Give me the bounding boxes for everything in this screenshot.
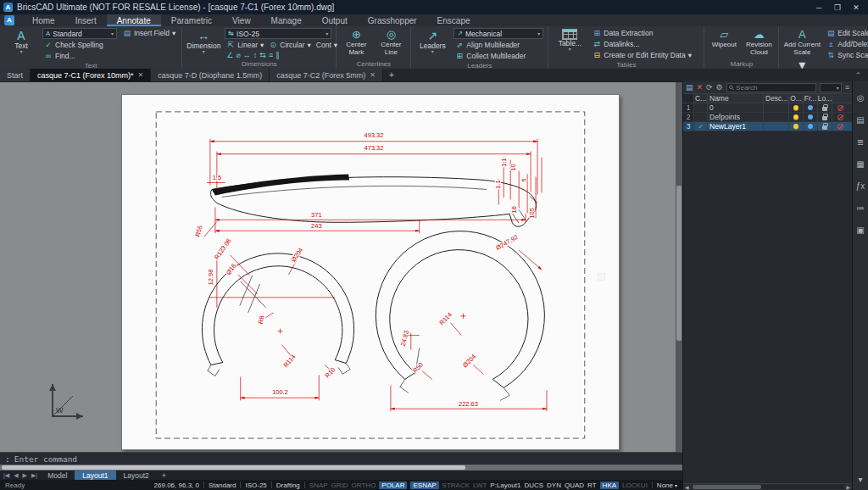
mleader-style-combo[interactable]: ↗ Mechanical ▾	[453, 28, 543, 39]
check-spelling-button[interactable]: ✓ Check Spelling	[42, 40, 117, 50]
status-toggle-p-layout1[interactable]: P:Layout1	[490, 482, 520, 489]
layer-row-0[interactable]: 1 0	[683, 103, 852, 113]
layer-states-icon[interactable]: ⟳	[706, 84, 713, 92]
ordinate-dim-icon[interactable]: ≡	[269, 51, 273, 59]
layer-settings-icon[interactable]: ⚙	[716, 84, 723, 92]
center-mark-button[interactable]: ⊕ Center Mark	[341, 28, 371, 56]
text-button[interactable]: A Text ▾	[4, 28, 38, 54]
layer-freeze-icon[interactable]	[808, 124, 813, 129]
layer-row-2[interactable]: 3 ✓ NewLayer1	[683, 122, 852, 131]
leaders-button[interactable]: ↗ Leaders ▾	[415, 28, 449, 54]
ribbon-collapse-icon[interactable]: ⌃	[848, 69, 868, 81]
layer-plot-icon[interactable]	[837, 124, 843, 130]
status-toggle-lockui[interactable]: LOCKUI	[622, 482, 648, 489]
layer-lock-icon[interactable]	[822, 116, 827, 120]
scroll-right-icon[interactable]: ▶	[846, 484, 850, 490]
align-multileader-button[interactable]: ⇗ Align Multileader	[453, 40, 543, 50]
drawing-area[interactable]: 493.32473.323712431.5R5512.981.11051.116…	[0, 81, 682, 452]
maximize-button[interactable]: ❐	[829, 2, 846, 13]
datalinks-button[interactable]: ⇄ Datalinks...	[591, 39, 699, 49]
panel-scrollbar-thumb[interactable]	[693, 485, 762, 489]
status-toggle-polar[interactable]: POLAR	[379, 482, 407, 489]
next-layout-icon[interactable]: ▶	[21, 471, 29, 480]
status-toggle-lwt[interactable]: LWT	[473, 482, 487, 489]
prev-layout-icon[interactable]: ◀	[12, 471, 19, 480]
wipeout-button[interactable]: ▱ Wipeout	[709, 28, 739, 49]
layer-row-1[interactable]: 2 Defpoints	[683, 113, 852, 122]
paper-sheet[interactable]: 493.32473.323712431.5R5512.981.11051.116…	[121, 94, 620, 450]
horizontal-scrollbar-thumb[interactable]	[2, 465, 465, 470]
horizontal-dim-icon[interactable]: ↔	[243, 51, 251, 59]
layer-name[interactable]: Defpoints	[708, 113, 764, 121]
angular-dim-icon[interactable]: ∠	[226, 51, 233, 59]
status-text-style[interactable]: Standard	[209, 482, 236, 489]
add-current-scale-button[interactable]: A Add Current Scale ▾	[783, 28, 821, 73]
layer-filter-combo[interactable]: ▾	[820, 83, 842, 92]
insert-field-button[interactable]: ▤ Insert Field ▾	[121, 28, 177, 38]
doc-tab-casque-7-d[interactable]: casque 7-D (Diophane 1.5mm)	[151, 69, 270, 81]
add-layout-button[interactable]: +	[158, 471, 170, 480]
minimize-button[interactable]: ─	[810, 2, 827, 13]
drawing-canvas[interactable]: 493.32473.323712431.5R5512.981.11051.116…	[122, 95, 619, 449]
column-current[interactable]: C...	[694, 94, 708, 103]
annotation-scale-select[interactable]: None ▾	[657, 482, 677, 489]
layer-name[interactable]: 0	[708, 103, 764, 112]
layer-name[interactable]: NewLayer1	[708, 122, 764, 131]
layout-tab-model[interactable]: Model	[40, 471, 75, 480]
vertical-scrollbar[interactable]	[676, 82, 682, 452]
attachments-panel-icon[interactable]: ▣	[856, 226, 864, 236]
doc-tab-start[interactable]: Start	[0, 69, 31, 81]
panel-scrollbar[interactable]: ◀ ▶	[683, 483, 852, 490]
command-line[interactable]: : Enter command	[0, 452, 682, 465]
layer-plot-icon[interactable]	[837, 105, 843, 111]
parallel-dim-icon[interactable]: ∥	[275, 51, 280, 59]
menu-tab-grasshopper[interactable]: Grasshopper	[358, 14, 427, 26]
menu-tab-annotate[interactable]: Annotate	[107, 14, 161, 26]
column-name[interactable]: Name	[708, 94, 764, 103]
status-toggle-esnap[interactable]: ESNAP	[410, 482, 438, 489]
menu-tab-insert[interactable]: Insert	[65, 14, 107, 26]
fields-panel-icon[interactable]: ƒx	[856, 181, 865, 192]
layer-on-icon[interactable]	[793, 105, 798, 110]
data-extraction-button[interactable]: ⊞ Data Extraction	[591, 28, 699, 38]
diameter-dim-icon[interactable]: ⌀	[236, 51, 240, 59]
app-menu-icon[interactable]: A	[4, 15, 14, 25]
menu-tab-view[interactable]: View	[222, 14, 261, 26]
status-toggle-quad[interactable]: QUAD	[565, 482, 584, 489]
close-tab-icon[interactable]: ✕	[138, 71, 144, 79]
layer-search[interactable]	[726, 83, 816, 92]
layer-freeze-icon[interactable]	[808, 114, 813, 120]
new-layer-icon[interactable]: ▤	[686, 84, 693, 92]
menu-tab-manage[interactable]: Manage	[261, 14, 312, 26]
layer-on-icon[interactable]	[793, 114, 798, 120]
properties-panel-icon[interactable]: ≣	[857, 137, 864, 148]
collect-multileader-button[interactable]: ⊞ Collect Multileader	[453, 51, 543, 61]
dim-linear-button[interactable]: ⇱ Linear ▾	[225, 40, 265, 50]
doc-tab-casque-7-c1[interactable]: casque 7-C1 (Forex 10mm)* ✕	[31, 69, 151, 81]
status-workspace[interactable]: Drafting	[276, 482, 300, 489]
layout-tab-layout2[interactable]: Layout2	[116, 471, 157, 480]
doc-tab-casque-7-c2[interactable]: casque 7-C2 (Forex 5mm) ✕	[270, 69, 383, 81]
status-toggle-dyn[interactable]: DYN	[547, 482, 561, 489]
baseline-dim-icon[interactable]: ⇆	[259, 51, 266, 59]
menu-tab-home[interactable]: Home	[22, 14, 65, 26]
column-freeze[interactable]: Fr...	[804, 94, 818, 103]
center-line-button[interactable]: ◎ Center Line	[376, 28, 406, 56]
vertical-dim-icon[interactable]: ↕	[253, 51, 258, 59]
dim-circular-button[interactable]: ⊙ Circular ▾	[267, 40, 313, 50]
edit-scale-list-button[interactable]: ▤ Edit Scale List	[825, 28, 868, 38]
layer-freeze-icon[interactable]	[808, 105, 813, 110]
column-description[interactable]: Desc...	[764, 94, 789, 103]
layers-panel-icon[interactable]: ▤	[856, 115, 864, 125]
add-delete-scales-button[interactable]: ± Add/Delete Scales...	[825, 39, 868, 49]
layer-on-icon[interactable]	[793, 124, 798, 129]
column-on[interactable]: O...	[789, 94, 804, 103]
close-button[interactable]: ✕	[848, 2, 865, 13]
status-toggle-grid[interactable]: GRID	[331, 482, 348, 489]
scroll-left-icon[interactable]: ◀	[685, 484, 689, 490]
status-toggle-strack[interactable]: STRACK	[442, 482, 470, 489]
menu-tab-output[interactable]: Output	[312, 14, 358, 26]
layer-search-input[interactable]	[736, 84, 814, 92]
delete-layer-icon[interactable]: ✕	[697, 84, 704, 92]
status-toggle-rt[interactable]: RT	[587, 482, 597, 489]
